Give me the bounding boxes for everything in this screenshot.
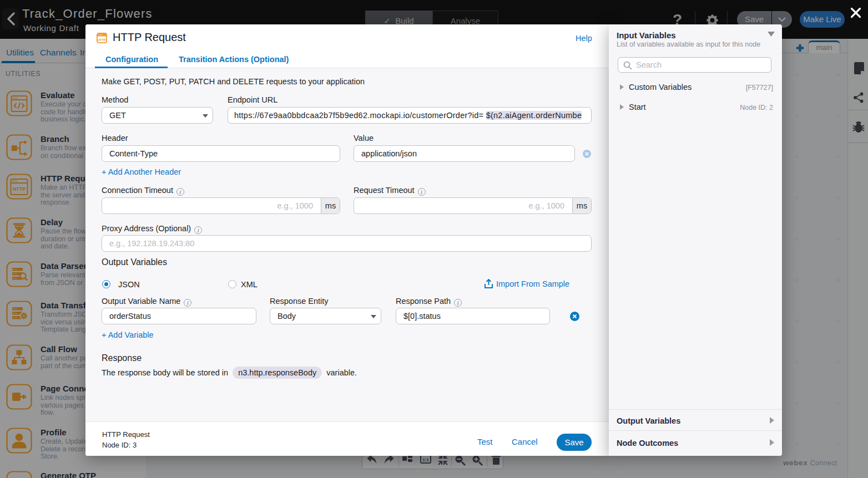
svg-text:HTTP: HTTP [98, 38, 105, 42]
